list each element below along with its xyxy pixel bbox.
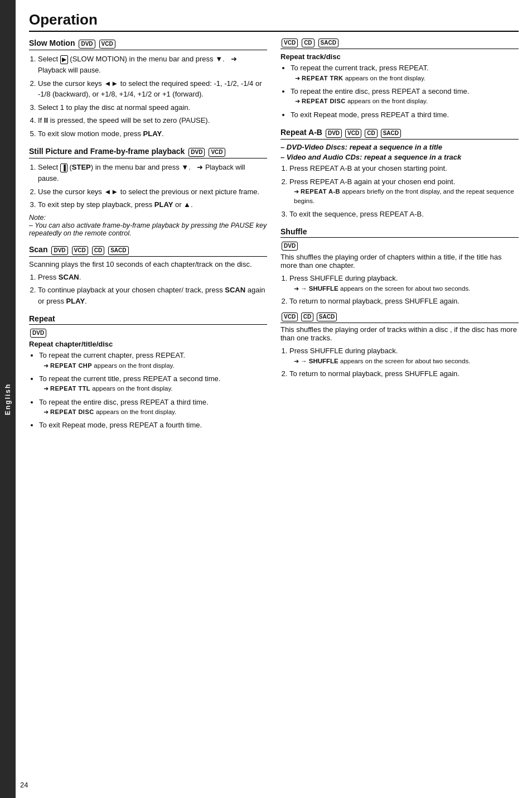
shuffle-vcd-step-1: Press SHUFFLE during playback. → SHUFFLE…	[289, 345, 519, 366]
shuffle-header: Shuffle	[280, 227, 519, 238]
repeat-arrow-3: REPEAT DISC appears on the front display…	[43, 407, 267, 417]
shuffle-dvd-step-1: Press SHUFFLE during playback. → SHUFFLE…	[289, 273, 519, 294]
badge-dvd: DVD	[79, 40, 95, 49]
slow-motion-step-5: To exit slow motion mode, press PLAY.	[38, 128, 267, 140]
slow-motion-step-1: Select ▶ (SLOW MOTION) in the menu bar a…	[38, 54, 267, 76]
sidebar-label: English	[4, 383, 12, 415]
badge-cd-shuffle: CD	[301, 313, 313, 321]
badge-sacd-rt: SACD	[318, 39, 338, 47]
still-picture-note-1: Playback will pause.	[38, 164, 245, 182]
scan-section: Scan DVD VCD CD SACD Scanning plays the …	[29, 245, 267, 307]
scan-step-2: To continue playback at your chosen chap…	[38, 285, 267, 306]
shuffle-dvd-arrow-1: → SHUFFLE appears on the screen for abou…	[294, 284, 519, 294]
still-picture-title: Still Picture and Frame-by-frame playbac…	[29, 147, 185, 156]
shuffle-vcd-step-2: To return to normal playback, press SHUF…	[289, 368, 519, 379]
shuffle-section: Shuffle DVD This shuffles the playing or…	[280, 227, 519, 379]
shuffle-title: Shuffle	[280, 227, 307, 236]
repeat-track-arrow-1: REPEAT TRK appears on the front display.	[295, 74, 519, 83]
repeat-track-bullet-3: To exit Repeat mode, press REPEAT a thir…	[291, 109, 519, 121]
note-text: – You can also activate frame-by-frame p…	[29, 222, 267, 237]
slow-motion-step-3: Select 1 to play the disc at normal spee…	[38, 102, 267, 113]
badge-dvd-ab: DVD	[326, 129, 342, 138]
shuffle-vcd-steps: Press SHUFFLE during playback. → SHUFFLE…	[280, 345, 519, 379]
badge-dvd-2: DVD	[188, 148, 205, 157]
repeat-bullet-2: To repeat the current title, press REPEA…	[39, 373, 267, 394]
repeat-ab-dash1: – DVD-Video Discs: repeat a sequence in …	[280, 143, 519, 151]
badge-sacd-3: SACD	[108, 246, 128, 255]
page: English Operation Slow Motion DVD VCD Se…	[0, 0, 532, 798]
repeat-track-header: VCD CD SACD	[280, 39, 519, 49]
repeat-title: Repeat	[29, 314, 55, 323]
repeat-bullet-1: To repeat the current chapter, press REP…	[39, 350, 267, 371]
sidebar: English	[0, 0, 16, 798]
badge-vcd-ab: VCD	[345, 129, 361, 138]
repeat-ab-arrow-2: REPEAT A-B appears briefly on the front …	[294, 187, 519, 206]
badge-cd-3: CD	[92, 246, 104, 255]
scan-step-1: Press SCAN.	[38, 272, 267, 283]
left-column: Slow Motion DVD VCD Select ▶ (SLOW MOTIO…	[29, 39, 267, 439]
two-column-layout: Slow Motion DVD VCD Select ▶ (SLOW MOTIO…	[29, 39, 519, 439]
scan-header: Scan DVD VCD CD SACD	[29, 245, 267, 257]
still-picture-note-block: Note: – You can also activate frame-by-f…	[29, 214, 267, 237]
repeat-ab-steps: Press REPEAT A-B at your chosen starting…	[280, 163, 519, 219]
repeat-ab-title: Repeat A-B	[280, 128, 322, 137]
repeat-ab-title-line: Repeat A-B DVD VCD CD SACD	[280, 128, 519, 138]
repeat-header: Repeat	[29, 314, 267, 325]
repeat-bullets: To repeat the current chapter, press REP…	[29, 350, 267, 431]
shuffle-vcd-header: VCD CD SACD	[280, 312, 519, 323]
step-icon: ▐	[60, 164, 67, 172]
repeat-ab-section: Repeat A-B DVD VCD CD SACD – DVD-Video D…	[280, 128, 519, 219]
repeat-track-bullet-1: To repeat the current track, press REPEA…	[291, 63, 519, 83]
shuffle-dvd-desc: This shuffles the playing order of chapt…	[280, 253, 519, 270]
badge-vcd-3: VCD	[72, 246, 88, 255]
badge-vcd-rt: VCD	[282, 39, 298, 47]
repeat-track-title: Repeat track/disc	[280, 52, 519, 61]
still-picture-step-3: To exit step by step playback, press PLA…	[38, 199, 267, 210]
shuffle-vcd-arrow-1: → SHUFFLE appears on the screen for abou…	[294, 357, 519, 366]
badge-vcd-shuffle: VCD	[282, 313, 298, 321]
badge-sacd-shuffle: SACD	[317, 313, 337, 321]
badge-sacd-ab: SACD	[381, 129, 401, 138]
repeat-ab-dash2: – Video and Audio CDs: repeat a sequence…	[280, 153, 519, 161]
repeat-track-bullets: To repeat the current track, press REPEA…	[280, 63, 519, 120]
note-label: Note:	[29, 214, 46, 222]
slow-motion-header: Slow Motion DVD VCD	[29, 39, 267, 50]
shuffle-dvd-badge-line: DVD	[280, 241, 519, 251]
repeat-ab-header: Repeat A-B DVD VCD CD SACD	[280, 128, 519, 140]
badge-cd-rt: CD	[302, 39, 314, 47]
slow-motion-section: Slow Motion DVD VCD Select ▶ (SLOW MOTIO…	[29, 39, 267, 139]
slow-motion-step-2: Use the cursor keys ◄► to select the req…	[38, 78, 267, 100]
scan-desc: Scanning plays the first 10 seconds of e…	[29, 260, 267, 268]
still-picture-section: Still Picture and Frame-by-frame playbac…	[29, 147, 267, 237]
repeat-ab-step-1: Press REPEAT A-B at your chosen starting…	[289, 163, 519, 174]
repeat-bullet-4: To exit Repeat mode, press REPEAT a four…	[39, 420, 267, 431]
slow-motion-icon: ▶	[60, 55, 68, 64]
shuffle-dvd-step-2: To return to normal playback, press SHUF…	[289, 296, 519, 307]
repeat-track-section: VCD CD SACD Repeat track/disc To repeat …	[280, 39, 519, 120]
shuffle-dvd-steps: Press SHUFFLE during playback. → SHUFFLE…	[280, 273, 519, 306]
scan-title: Scan	[29, 245, 47, 254]
repeat-dvd-badge-line: DVD	[29, 328, 267, 338]
repeat-track-bullet-2: To repeat the entire disc, press REPEAT …	[291, 86, 519, 107]
page-title: Operation	[29, 11, 519, 32]
badge-dvd-repeat: DVD	[30, 329, 46, 338]
content-area: Operation Slow Motion DVD VCD Select ▶ (…	[16, 0, 532, 798]
right-column: VCD CD SACD Repeat track/disc To repeat …	[280, 39, 519, 439]
slow-motion-title: Slow Motion	[29, 39, 75, 47]
still-picture-step-1: Select ▐ (STEP) in the menu bar and pres…	[38, 162, 267, 184]
repeat-section: Repeat DVD Repeat chapter/title/disc To …	[29, 314, 267, 431]
repeat-arrow-2: REPEAT TTL appears on the front display.	[43, 384, 267, 393]
repeat-ab-step-2: Press REPEAT A-B again at your chosen en…	[289, 176, 519, 206]
badge-vcd: VCD	[99, 40, 115, 49]
still-picture-header: Still Picture and Frame-by-frame playbac…	[29, 147, 267, 158]
page-number: 24	[20, 781, 28, 789]
scan-steps: Press SCAN. To continue playback at your…	[29, 272, 267, 307]
badge-vcd-2: VCD	[209, 148, 225, 157]
slow-motion-step-4: If II is pressed, the speed will be set …	[38, 115, 267, 126]
still-picture-step-2: Use the cursor keys ◄► to select the pre…	[38, 186, 267, 198]
slow-motion-steps: Select ▶ (SLOW MOTION) in the menu bar a…	[29, 54, 267, 139]
badge-dvd-shuffle: DVD	[282, 242, 298, 251]
slow-motion-note-1: Playback will pause.	[38, 55, 237, 74]
repeat-arrow-1: REPEAT CHP appears on the front display.	[43, 361, 267, 371]
shuffle-vcd-desc: This shuffles the playing order of track…	[280, 325, 519, 342]
